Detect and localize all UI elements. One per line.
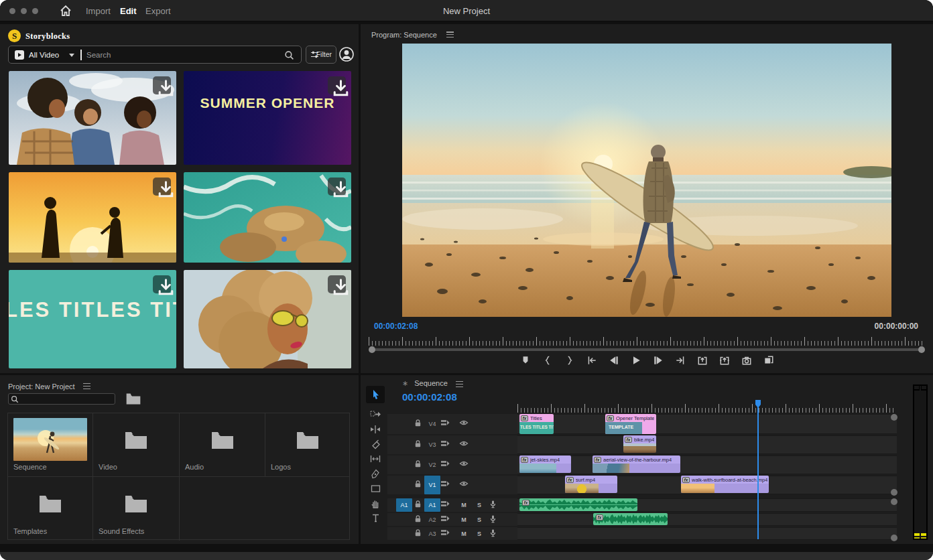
clip-titles[interactable]: fxTitles TLES TITLES TITLE: [519, 414, 554, 434]
filter-button[interactable]: Filter: [306, 46, 336, 64]
stock-clip-friends[interactable]: [9, 71, 176, 165]
stock-template-titles[interactable]: LES TITLES TITL: [9, 270, 176, 368]
chevron-down-icon[interactable]: [69, 54, 74, 57]
track-name[interactable]: V2: [424, 462, 440, 468]
lock-icon[interactable]: [414, 459, 422, 471]
clip-walk-with-surfboard[interactable]: fxwalk-with-surfboard-at-beach.mp4: [681, 476, 769, 493]
search-icon[interactable]: [284, 50, 294, 60]
track-name[interactable]: A3: [424, 531, 440, 537]
playhead-marker[interactable]: [753, 399, 763, 409]
download-button[interactable]: [328, 275, 346, 293]
sync-lock-icon[interactable]: [440, 514, 450, 526]
selection-tool[interactable]: [366, 386, 385, 403]
program-time-ruler[interactable]: [369, 336, 924, 346]
download-button[interactable]: [328, 76, 346, 94]
clip-jet-skies[interactable]: fxjet-skies.mp4: [519, 456, 571, 473]
scrollbar-handle[interactable]: [918, 346, 925, 353]
lock-icon[interactable]: [414, 499, 422, 511]
program-monitor-preview[interactable]: [402, 44, 891, 317]
lift-button[interactable]: [697, 355, 708, 366]
project-search-input[interactable]: [19, 395, 110, 403]
panel-menu-icon[interactable]: [83, 383, 90, 389]
lock-icon[interactable]: [414, 439, 422, 451]
program-zoom-scrollbar[interactable]: [371, 348, 922, 351]
solo-button[interactable]: S: [475, 502, 483, 508]
go-to-in-button[interactable]: [586, 355, 597, 366]
scrollbar-handle[interactable]: [891, 414, 897, 421]
timeline-ruler[interactable]: [517, 403, 894, 413]
clip-bike[interactable]: fxbike.mp4: [623, 435, 656, 453]
mark-in-button[interactable]: [542, 355, 553, 366]
stock-clip-aerial-coast[interactable]: [184, 172, 351, 263]
new-bin-folder-icon[interactable]: [126, 393, 141, 405]
download-button[interactable]: [153, 178, 171, 196]
mute-button[interactable]: M: [460, 502, 468, 508]
hand-tool[interactable]: [366, 496, 385, 510]
track-lane-a2[interactable]: [517, 513, 897, 526]
sync-lock-icon[interactable]: [440, 439, 450, 451]
go-to-out-button[interactable]: [675, 355, 686, 366]
add-marker-button[interactable]: [520, 355, 531, 366]
clip-surf[interactable]: fxsurf.mp4: [565, 476, 617, 493]
mute-button[interactable]: M: [460, 531, 468, 537]
sync-lock-icon[interactable]: [440, 499, 450, 511]
clip-aerial-harbour[interactable]: fxaerial-view-of-the-harbour.mp4: [593, 456, 680, 473]
rectangle-tool[interactable]: [366, 481, 385, 496]
type-tool[interactable]: [366, 510, 385, 525]
eye-icon[interactable]: [459, 479, 469, 491]
mark-out-button[interactable]: [564, 355, 575, 366]
clip-opener-template[interactable]: fxOpener Template TEMPLATE: [605, 414, 656, 434]
track-name[interactable]: V4: [424, 421, 440, 427]
comparison-view-button[interactable]: [763, 355, 774, 366]
download-button[interactable]: [153, 275, 171, 293]
bin-item-sequence[interactable]: Sequence: [8, 413, 93, 477]
timeline-current-timecode[interactable]: 00:00:02:08: [402, 391, 457, 403]
scrollbar-handle[interactable]: [369, 346, 375, 353]
scrollbar-handle[interactable]: [891, 489, 897, 496]
solo-button[interactable]: S: [475, 531, 483, 537]
track-name[interactable]: V1: [424, 476, 440, 494]
account-icon[interactable]: [338, 46, 355, 62]
scrollbar-handle[interactable]: [891, 535, 897, 541]
track-name[interactable]: A1: [424, 498, 440, 512]
track-select-forward-tool[interactable]: [366, 406, 385, 421]
lock-icon[interactable]: [414, 418, 422, 430]
slip-tool[interactable]: [366, 451, 385, 466]
bin-item-audio[interactable]: Audio: [180, 413, 265, 477]
sync-lock-icon[interactable]: [440, 459, 450, 471]
sync-lock-icon[interactable]: [440, 479, 450, 491]
audio-clip-a2[interactable]: fx: [593, 513, 668, 525]
eye-icon[interactable]: [459, 459, 469, 471]
sync-lock-icon[interactable]: [440, 528, 450, 540]
track-name[interactable]: A2: [424, 516, 440, 523]
stock-clip-woman-sunglasses[interactable]: [184, 270, 351, 368]
search-input[interactable]: [86, 48, 274, 61]
stock-template-summer-opener[interactable]: SUMMER OPENER: [184, 71, 351, 165]
sync-lock-icon[interactable]: [440, 418, 450, 430]
track-lane-a3[interactable]: [517, 527, 897, 540]
panel-menu-icon[interactable]: [456, 381, 463, 387]
lock-icon[interactable]: [414, 528, 422, 540]
panel-menu-icon[interactable]: [446, 31, 454, 38]
lock-icon[interactable]: [414, 514, 422, 526]
audio-clip-a1[interactable]: fx: [519, 498, 637, 511]
export-frame-button[interactable]: [741, 355, 752, 366]
mute-button[interactable]: M: [460, 516, 468, 523]
ripple-edit-tool[interactable]: [366, 422, 385, 437]
razor-tool[interactable]: [366, 437, 385, 451]
stock-clip-sunset-couple[interactable]: [9, 172, 176, 263]
bin-item-templates[interactable]: Templates: [8, 477, 93, 541]
download-button[interactable]: [328, 178, 346, 196]
program-current-timecode[interactable]: 00:00:02:08: [374, 322, 418, 331]
bin-item-logos[interactable]: Logos: [265, 413, 349, 477]
download-button[interactable]: [153, 76, 171, 94]
track-name[interactable]: V3: [424, 441, 440, 448]
lock-icon[interactable]: [414, 479, 422, 491]
eye-icon[interactable]: [459, 439, 469, 451]
category-dropdown[interactable]: All Video: [29, 51, 59, 59]
step-forward-button[interactable]: [653, 355, 664, 366]
solo-button[interactable]: S: [475, 516, 483, 523]
extract-button[interactable]: [719, 355, 730, 366]
track-lane-v3[interactable]: [517, 435, 897, 454]
bin-item-sound-effects[interactable]: Sound Effects: [93, 477, 180, 541]
